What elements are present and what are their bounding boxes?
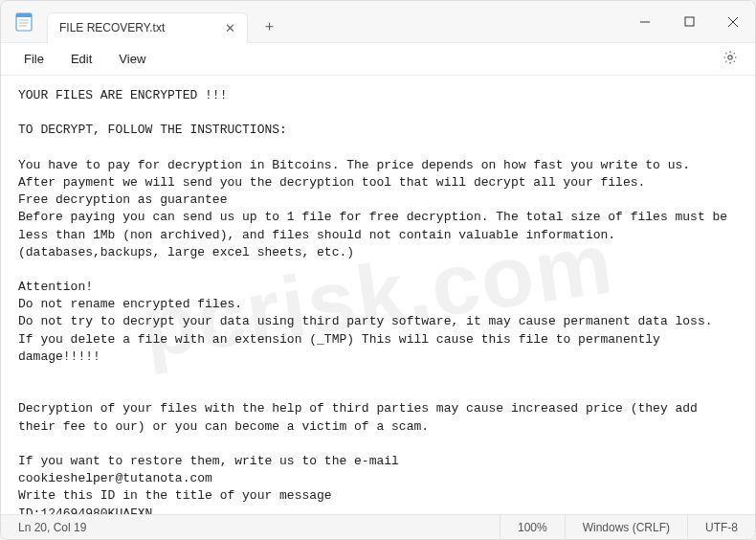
menu-view[interactable]: View: [105, 48, 159, 70]
statusbar: Ln 20, Col 19 100% Windows (CRLF) UTF-8: [1, 514, 755, 539]
window-controls: [623, 1, 755, 42]
close-window-button[interactable]: [711, 1, 755, 42]
menu-edit[interactable]: Edit: [57, 48, 105, 70]
minimize-button[interactable]: [623, 1, 667, 42]
status-encoding[interactable]: UTF-8: [687, 515, 755, 539]
text-content-area[interactable]: pcrisk.comYOUR FILES ARE ENCRYPTED !!! T…: [1, 76, 755, 514]
titlebar: FILE RECOVERY.txt ✕ ＋: [1, 1, 755, 43]
maximize-button[interactable]: [667, 1, 711, 42]
notepad-window: FILE RECOVERY.txt ✕ ＋ File Edit View: [0, 0, 756, 540]
tab-title: FILE RECOVERY.txt: [59, 21, 223, 34]
settings-icon[interactable]: [715, 46, 745, 73]
menubar: File Edit View: [1, 43, 755, 76]
document-text: YOUR FILES ARE ENCRYPTED !!! TO DECRYPT,…: [18, 88, 727, 514]
tab-file-recovery[interactable]: FILE RECOVERY.txt ✕: [47, 12, 248, 43]
status-line-ending[interactable]: Windows (CRLF): [565, 515, 687, 539]
menu-file[interactable]: File: [11, 48, 57, 70]
close-tab-icon[interactable]: ✕: [223, 21, 237, 35]
notepad-app-icon: [7, 5, 41, 39]
svg-point-9: [728, 55, 732, 58]
svg-rect-6: [685, 17, 694, 26]
status-zoom[interactable]: 100%: [500, 515, 565, 539]
svg-rect-1: [16, 13, 32, 17]
status-cursor-position[interactable]: Ln 20, Col 19: [1, 521, 500, 534]
new-tab-button[interactable]: ＋: [256, 17, 282, 35]
